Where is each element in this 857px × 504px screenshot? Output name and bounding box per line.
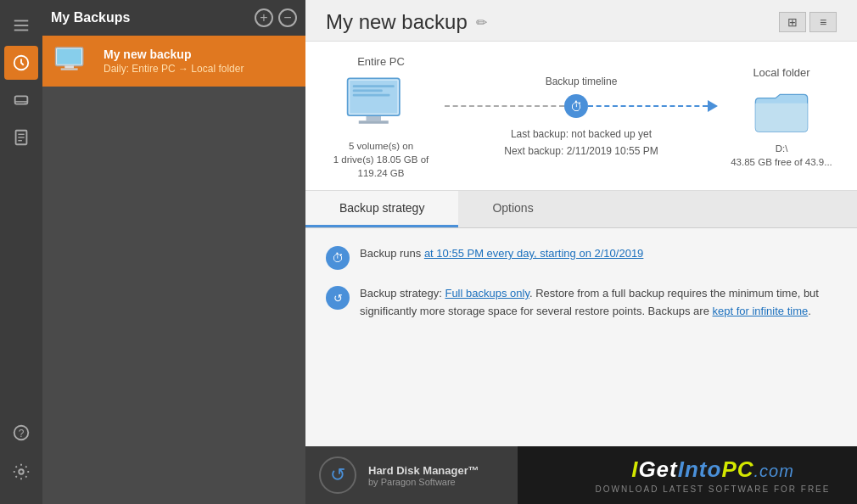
sidebar-icon-drive[interactable] <box>4 83 38 117</box>
svg-rect-17 <box>61 68 78 70</box>
svg-rect-1 <box>14 25 29 26</box>
retention-link[interactable]: kept for infinite time <box>712 305 808 317</box>
source-info: 5 volume(s) on 1 drive(s) 18.05 GB of 11… <box>333 139 429 180</box>
sidebar: ? <box>0 0 42 504</box>
header-buttons: + − <box>255 8 297 27</box>
tab-options[interactable]: Options <box>458 191 567 227</box>
view-toggles: ⊞ ≡ <box>779 12 837 32</box>
overview-middle: Backup timeline ⏱ Last backup: not backe… <box>436 76 726 159</box>
backup-list-header: My Backups + − <box>42 0 305 36</box>
schedule-link[interactable]: at 10:55 PM every day, starting on 2/10/… <box>424 247 643 260</box>
svg-text:?: ? <box>19 428 25 440</box>
schedule-text: Backup runs at 10:55 PM every day, start… <box>360 245 643 263</box>
strategy-item-schedule: ⏱ Backup runs at 10:55 PM every day, sta… <box>326 245 837 270</box>
svg-rect-16 <box>64 65 74 68</box>
timeline-label: Backup timeline <box>546 76 618 87</box>
strategy-type-text: Backup strategy: Full backups only. Rest… <box>360 285 837 321</box>
watermark-text-4: PC <box>721 456 753 482</box>
svg-rect-22 <box>353 94 390 97</box>
dest-folder-icon <box>752 86 811 137</box>
main-title-area: My new backup ✏ <box>326 10 487 34</box>
backup-item-name: My new backup <box>104 48 294 61</box>
sidebar-icon-help[interactable]: ? <box>4 416 38 450</box>
main-header: My new backup ✏ ⊞ ≡ <box>305 0 857 42</box>
backup-overview: Entire PC 5 volume(s) on 1 drive(s) 18.0… <box>305 42 857 191</box>
schedule-text-before: Backup runs <box>360 247 424 260</box>
timeline-arrowhead <box>708 100 718 112</box>
timeline-arrow: ⏱ <box>445 94 718 118</box>
bottom-left: ↺ Hard Disk Manager™ by Paragon Software <box>319 456 479 494</box>
watermark-overlay: IGetIntoPC.com Download Latest Software … <box>518 446 857 504</box>
bottom-bar: ↺ Hard Disk Manager™ by Paragon Software… <box>305 446 857 504</box>
view-toggle-list[interactable]: ≡ <box>809 12 837 32</box>
strategy-text-before: Backup strategy: <box>360 287 445 300</box>
backup-item-detail: Daily: Entire PC → Local folder <box>104 63 294 75</box>
tab-backup-strategy[interactable]: Backup strategy <box>305 191 458 227</box>
add-backup-button[interactable]: + <box>255 8 273 27</box>
strategy-content: ⏱ Backup runs at 10:55 PM every day, sta… <box>305 228 857 446</box>
svg-point-6 <box>25 103 26 104</box>
app-name: Hard Disk Manager™ <box>368 464 479 477</box>
svg-rect-23 <box>367 116 382 120</box>
watermark-sub-text: Download Latest Software for Free <box>596 484 831 494</box>
backup-list-item[interactable]: My new backup Daily: Entire PC → Local f… <box>42 36 305 87</box>
last-backup-text: Last backup: not backed up yet <box>504 126 658 143</box>
sidebar-icon-backup[interactable] <box>4 46 38 80</box>
strategy-type-icon: ↺ <box>326 286 350 310</box>
backup-status-info: Last backup: not backed up yet Next back… <box>504 126 658 159</box>
overview-source: Entire PC 5 volume(s) on 1 drive(s) 18.0… <box>326 55 436 180</box>
svg-rect-4 <box>15 96 28 104</box>
edit-title-icon[interactable]: ✏ <box>476 14 487 31</box>
tabs-bar: Backup strategy Options <box>305 191 857 228</box>
backup-item-info: My new backup Daily: Entire PC → Local f… <box>104 48 294 75</box>
backup-list-title: My Backups <box>51 10 130 25</box>
next-backup-text: Next backup: 2/11/2019 10:55 PM <box>504 143 658 160</box>
overview-dest: Local folder D:\ 43.85 GB free of 43.9..… <box>726 66 837 169</box>
svg-rect-24 <box>359 120 389 124</box>
timeline-clock-icon: ⏱ <box>564 94 588 118</box>
paragon-info: Hard Disk Manager™ by Paragon Software <box>368 464 479 487</box>
dest-info: D:\ 43.85 GB free of 43.9... <box>731 142 832 169</box>
view-toggle-grid[interactable]: ⊞ <box>779 12 806 32</box>
svg-rect-2 <box>14 30 29 31</box>
watermark-text-5: .com <box>754 462 794 480</box>
sidebar-icon-menu[interactable] <box>4 8 38 42</box>
watermark-text-2: Get <box>638 456 677 482</box>
schedule-icon: ⏱ <box>326 246 350 270</box>
main-content: My new backup ✏ ⊞ ≡ Entire PC 5 volume(s <box>305 0 857 504</box>
timeline-line-left <box>445 105 564 107</box>
backup-item-pc-icon <box>54 46 93 76</box>
main-title: My new backup <box>326 10 468 34</box>
backup-list-panel: My Backups + − My new backup Daily: Enti… <box>42 0 305 504</box>
source-label: Entire PC <box>357 55 405 68</box>
strategy-text-after: . <box>808 305 811 317</box>
sidebar-icon-settings[interactable] <box>4 455 38 489</box>
svg-point-13 <box>19 469 24 474</box>
app-by: by Paragon Software <box>368 477 479 487</box>
watermark-text-3: Into <box>678 456 722 482</box>
watermark-main-text: IGetIntoPC.com <box>631 456 794 483</box>
sidebar-icon-document[interactable] <box>4 120 38 154</box>
svg-rect-15 <box>57 48 81 64</box>
remove-backup-button[interactable]: − <box>278 8 297 27</box>
strategy-type-link[interactable]: Full backups only <box>445 287 529 300</box>
timeline-line-right <box>588 105 708 107</box>
strategy-item-type: ↺ Backup strategy: Full backups only. Re… <box>326 285 837 321</box>
svg-rect-0 <box>14 20 29 22</box>
source-pc-icon <box>343 75 419 134</box>
svg-rect-21 <box>353 90 383 92</box>
paragon-logo[interactable]: ↺ <box>319 456 356 494</box>
svg-rect-20 <box>353 85 395 87</box>
dest-label: Local folder <box>753 66 809 79</box>
